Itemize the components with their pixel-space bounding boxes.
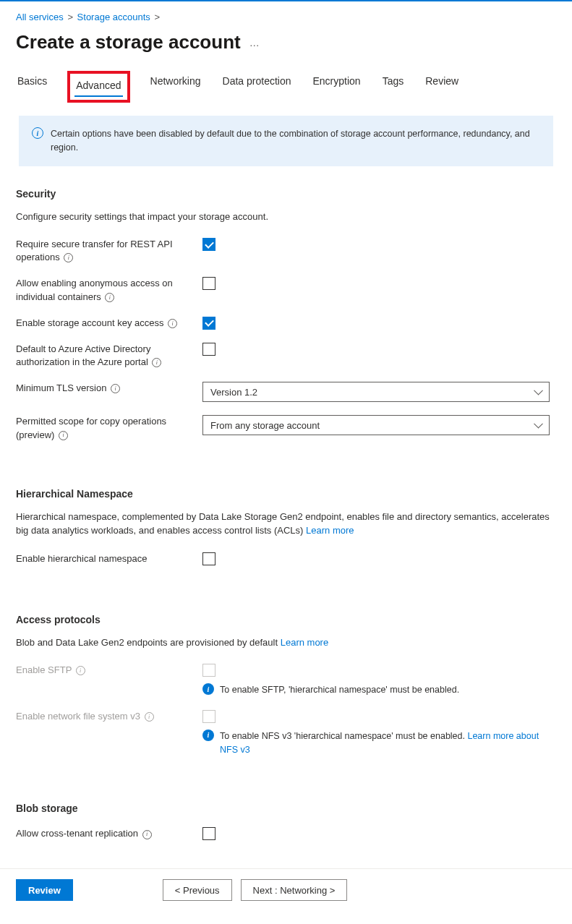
min-tls-select[interactable]: Version 1.2 (202, 382, 550, 402)
tab-networking[interactable]: Networking (149, 71, 202, 103)
cross-tenant-label: Allow cross-tenant replication i (16, 827, 202, 840)
next-button[interactable]: Next : Networking > (241, 879, 348, 901)
enable-hns-checkbox[interactable] (202, 552, 215, 565)
enable-hns-label: Enable hierarchical namespace (16, 552, 202, 565)
info-banner: i Certain options have been disabled by … (19, 116, 553, 166)
tabs: Basics Advanced Networking Data protecti… (16, 71, 556, 103)
anon-access-checkbox[interactable] (202, 277, 215, 290)
previous-button[interactable]: < Previous (163, 879, 232, 901)
info-icon: i (202, 730, 214, 741)
footer: Review < Previous Next : Networking > (0, 869, 572, 911)
info-icon[interactable]: i (142, 830, 152, 839)
protocols-learn-more-link[interactable]: Learn more (281, 637, 328, 648)
breadcrumb-storage-accounts[interactable]: Storage accounts (77, 12, 150, 22)
nfs-checkbox (202, 710, 215, 723)
page-title: Create a storage account (16, 31, 241, 54)
require-secure-label: Require secure transfer for REST API ope… (16, 238, 202, 264)
tab-review[interactable]: Review (424, 71, 460, 103)
tab-tags[interactable]: Tags (381, 71, 406, 103)
more-actions-icon[interactable]: … (249, 37, 261, 48)
security-section-desc: Configure security settings that impact … (16, 210, 556, 224)
info-banner-text: Certain options have been disabled by de… (51, 127, 540, 155)
key-access-label: Enable storage account key access i (16, 317, 202, 330)
tab-advanced-highlight: Advanced (67, 71, 129, 103)
sftp-label: Enable SFTP i (16, 664, 202, 677)
copy-scope-label: Permitted scope for copy operations (pre… (16, 415, 202, 441)
protocols-section-title: Access protocols (16, 614, 556, 625)
aad-auth-checkbox[interactable] (202, 343, 215, 356)
info-icon[interactable]: i (105, 293, 114, 302)
nfs-label: Enable network file system v3 i (16, 710, 202, 723)
chevron-right-icon: > (67, 12, 73, 22)
aad-auth-label: Default to Azure Active Directory author… (16, 343, 202, 369)
require-secure-checkbox[interactable] (202, 238, 215, 251)
info-icon: i (32, 127, 43, 139)
info-icon[interactable]: i (64, 253, 73, 262)
tab-advanced[interactable]: Advanced (74, 75, 122, 98)
hns-section-desc: Hierarchical namespace, complemented by … (16, 510, 556, 538)
info-icon[interactable]: i (76, 666, 85, 675)
breadcrumb: All services > Storage accounts > (16, 12, 556, 22)
hns-section-title: Hierarchical Namespace (16, 488, 556, 500)
cross-tenant-checkbox[interactable] (202, 827, 215, 840)
hns-learn-more-link[interactable]: Learn more (306, 525, 354, 536)
info-icon: i (202, 683, 214, 695)
breadcrumb-all-services[interactable]: All services (16, 12, 64, 22)
tab-data-protection[interactable]: Data protection (221, 71, 293, 103)
tab-basics[interactable]: Basics (16, 71, 48, 103)
nfs-helper-text: To enable NFS v3 'hierarchical namespace… (220, 730, 556, 757)
tab-encryption[interactable]: Encryption (312, 71, 362, 103)
sftp-checkbox (202, 664, 215, 677)
info-icon[interactable]: i (145, 712, 154, 722)
info-icon[interactable]: i (111, 384, 120, 393)
security-section-title: Security (16, 188, 556, 200)
blob-section-title: Blob storage (16, 803, 556, 814)
protocols-section-desc: Blob and Data Lake Gen2 endpoints are pr… (16, 636, 556, 650)
sftp-helper-text: To enable SFTP, 'hierarchical namespace'… (220, 683, 459, 697)
anon-access-label: Allow enabling anonymous access on indiv… (16, 277, 202, 303)
info-icon[interactable]: i (168, 319, 177, 328)
copy-scope-select[interactable]: From any storage account (202, 415, 550, 435)
key-access-checkbox[interactable] (202, 317, 215, 330)
review-button[interactable]: Review (16, 879, 73, 901)
chevron-right-icon: > (154, 12, 160, 22)
info-icon[interactable]: i (59, 431, 68, 440)
min-tls-label: Minimum TLS version i (16, 382, 202, 395)
info-icon[interactable]: i (152, 358, 161, 367)
